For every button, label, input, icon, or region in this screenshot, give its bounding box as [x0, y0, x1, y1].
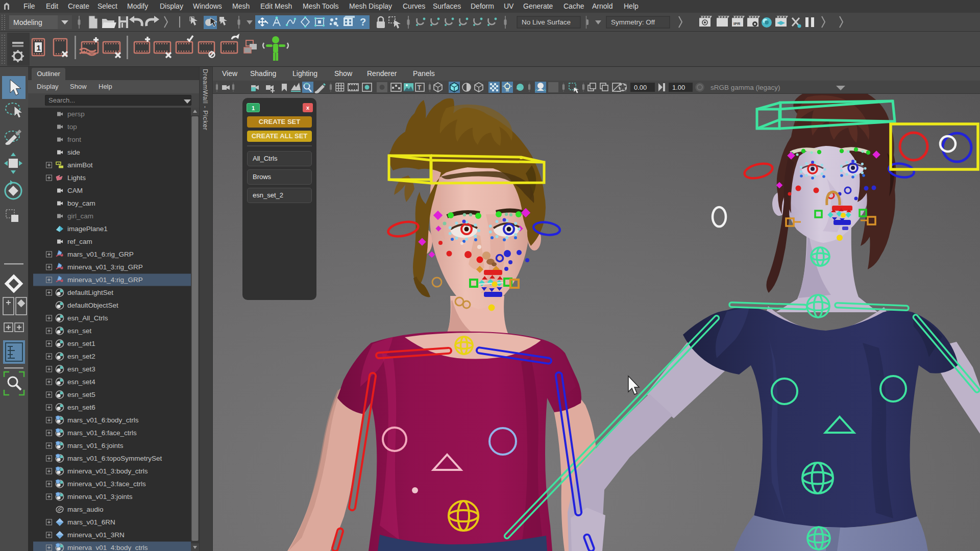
svg-text:mars_v01_6RN: mars_v01_6RN: [67, 518, 115, 526]
svg-text:0.00: 0.00: [634, 84, 647, 91]
svg-text:girl_cam: girl_cam: [67, 212, 93, 220]
svg-text:IPR: IPR: [733, 21, 741, 26]
svg-text:minerva_v01_4:rig_GRP: minerva_v01_4:rig_GRP: [67, 276, 143, 284]
svg-text:esn_set2: esn_set2: [67, 353, 95, 360]
svg-text:Modeling: Modeling: [13, 18, 42, 27]
svg-text:esn_set4: esn_set4: [67, 378, 95, 386]
svg-text:esn_set3: esn_set3: [67, 365, 95, 373]
svg-text:1: 1: [37, 43, 41, 52]
svg-text:minerva_v01_3RN: minerva_v01_3RN: [67, 531, 125, 539]
svg-text:esn_set1: esn_set1: [67, 340, 95, 347]
svg-text:Lights: Lights: [67, 174, 86, 182]
svg-text:defaultLightSet: defaultLightSet: [67, 289, 113, 296]
svg-text:animBot: animBot: [67, 161, 93, 169]
svg-text:minerva_v01_4:body_ctrls: minerva_v01_4:body_ctrls: [67, 544, 148, 551]
svg-text:minerva_v01_3:rig_GRP: minerva_v01_3:rig_GRP: [67, 263, 143, 271]
svg-text:CAM: CAM: [67, 187, 83, 194]
svg-text:?: ?: [360, 16, 366, 28]
svg-text:esn_set5: esn_set5: [67, 391, 95, 398]
svg-text:esn_set6: esn_set6: [67, 404, 95, 411]
svg-text:mars_v01_6:face_ctrls: mars_v01_6:face_ctrls: [67, 429, 137, 437]
svg-text:1.00: 1.00: [672, 84, 685, 91]
svg-text:minerva_v01_3:body_ctrls: minerva_v01_3:body_ctrls: [67, 467, 148, 475]
svg-text:esn_set: esn_set: [67, 327, 92, 335]
svg-text:sRGB gamma (legacy): sRGB gamma (legacy): [710, 84, 780, 91]
svg-text:mars_audio: mars_audio: [67, 506, 104, 513]
svg-text:minerva_v01_3:face_ctrls: minerva_v01_3:face_ctrls: [67, 480, 146, 488]
svg-text:mars_v01_6:body_ctrls: mars_v01_6:body_ctrls: [67, 416, 139, 424]
svg-text:mars_v01_6:joints: mars_v01_6:joints: [67, 442, 124, 449]
svg-text:mars_v01_6:topoSymmetrySet: mars_v01_6:topoSymmetrySet: [67, 455, 162, 462]
svg-text:side: side: [67, 148, 80, 156]
svg-text:top: top: [67, 123, 77, 131]
svg-text:mars_v01_6:rig_GRP: mars_v01_6:rig_GRP: [67, 251, 134, 258]
svg-text:boy_cam: boy_cam: [67, 199, 95, 207]
svg-text:ref_cam: ref_cam: [67, 238, 92, 245]
svg-text:defaultObjectSet: defaultObjectSet: [67, 302, 118, 309]
svg-text:front: front: [67, 136, 81, 143]
svg-text:Symmetry: Off: Symmetry: Off: [611, 18, 655, 26]
svg-text:imagePlane1: imagePlane1: [67, 225, 108, 233]
svg-text:No Live Surface: No Live Surface: [522, 18, 571, 26]
svg-text:T: T: [418, 84, 422, 91]
svg-text:esn_All_Ctrls: esn_All_Ctrls: [67, 314, 108, 322]
svg-text:persp: persp: [67, 110, 85, 118]
svg-text:minerva_v01_3:joints: minerva_v01_3:joints: [67, 493, 133, 500]
